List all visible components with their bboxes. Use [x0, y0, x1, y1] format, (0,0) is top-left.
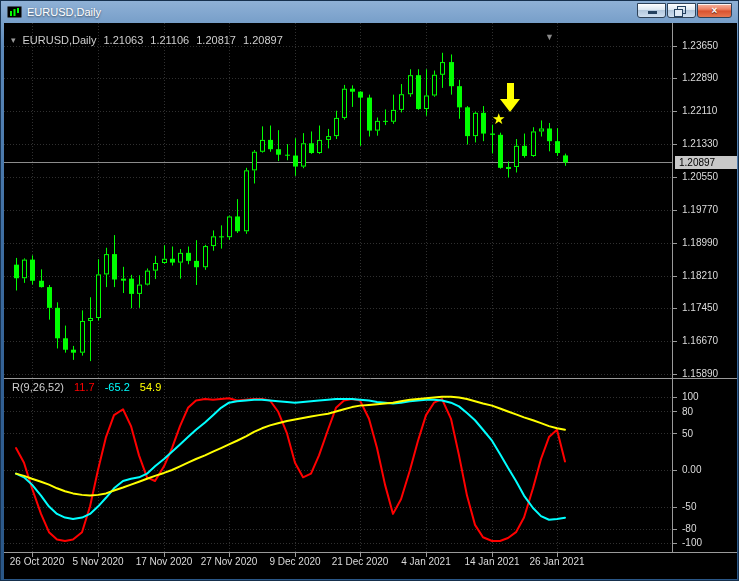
price-axis-label: 1.22890: [682, 72, 736, 84]
chart-client-area: ▾ EURUSD,Daily 1.21063 1.21106 1.20817 1…: [4, 23, 737, 579]
date-axis[interactable]: 26 Oct 2020 5 Nov 2020 17 Nov 2020 27 No…: [4, 553, 672, 579]
price-axis-label: 1.18990: [682, 237, 736, 249]
chart-window: EURUSD,Daily × ▾ EURUSD,Daily 1.21063 1.…: [0, 0, 739, 581]
date-axis-label: 26 Oct 2020: [4, 556, 72, 567]
quote-high: 1.21106: [150, 34, 189, 46]
chart-window-icon: [7, 6, 22, 18]
indicator-scale-label: 100: [682, 391, 736, 403]
price-axis-label: 1.17450: [682, 302, 736, 314]
price-axis-label: 1.23650: [682, 40, 736, 52]
indicator-scale-label: -50: [682, 501, 736, 513]
indicator-label: R(9,26,52) 11.7 -65.2 54.9: [12, 381, 161, 393]
window-titlebar[interactable]: EURUSD,Daily ×: [4, 2, 735, 22]
date-axis-label: 9 Dec 2020: [260, 556, 330, 567]
quote-line: ▾ EURUSD,Daily 1.21063 1.21106 1.20817 1…: [11, 34, 283, 46]
price-axis-label: 1.21330: [682, 138, 736, 150]
price-axis-label: 1.20550: [682, 171, 736, 183]
price-axis-label: 1.16670: [682, 335, 736, 347]
chart-shift-marker-icon[interactable]: ▼: [545, 33, 554, 42]
indicator-scale-label: -100: [682, 537, 736, 549]
close-icon: ×: [698, 4, 731, 17]
price-chart-canvas[interactable]: [4, 23, 737, 579]
date-axis-label: 21 Dec 2020: [325, 556, 395, 567]
arrow-down-object[interactable]: [500, 83, 521, 112]
current-price-tag: 1.20897: [675, 156, 737, 169]
price-axis-label: 1.19770: [682, 204, 736, 216]
indicator-name: R(9,26,52): [12, 381, 64, 393]
indicator-value-1: 11.7: [74, 381, 95, 393]
date-axis-label: 27 Nov 2020: [194, 556, 264, 567]
close-button[interactable]: ×: [697, 3, 732, 18]
indicator-scale-label: -80: [682, 523, 736, 535]
one-click-trading-toggle[interactable]: ▾: [11, 35, 16, 46]
date-axis-label: 14 Jan 2021: [457, 556, 527, 567]
indicator-scale-label: 50: [682, 428, 736, 440]
quote-open: 1.21063: [104, 34, 144, 46]
indicator-scale-label: 80: [682, 406, 736, 418]
minimize-icon: [648, 11, 657, 14]
quote-symbol: EURUSD,Daily: [23, 34, 97, 46]
restore-button[interactable]: [667, 3, 696, 18]
arrow-down-icon: [507, 83, 514, 99]
minimize-button[interactable]: [637, 3, 666, 18]
date-axis-label: 5 Nov 2020: [63, 556, 133, 567]
date-axis-label: 17 Nov 2020: [129, 556, 199, 567]
quote-low: 1.20817: [196, 34, 236, 46]
restore-icon: [668, 4, 695, 17]
price-axis-label: 1.22110: [682, 105, 736, 117]
window-title: EURUSD,Daily: [27, 6, 101, 18]
indicator-scale-axis[interactable]: 100 80 50 0.00 -50 -80 -100: [673, 379, 737, 552]
indicator-value-3: 54.9: [140, 381, 161, 393]
price-axis-label: 1.18210: [682, 270, 736, 282]
indicator-value-2: -65.2: [105, 381, 130, 393]
star-object[interactable]: ★: [492, 111, 505, 126]
date-axis-label: 4 Jan 2021: [391, 556, 461, 567]
date-axis-label: 26 Jan 2021: [522, 556, 592, 567]
window-controls: ×: [637, 3, 732, 18]
quote-close: 1.20897: [243, 34, 283, 46]
indicator-scale-label: 0.00: [682, 464, 736, 476]
